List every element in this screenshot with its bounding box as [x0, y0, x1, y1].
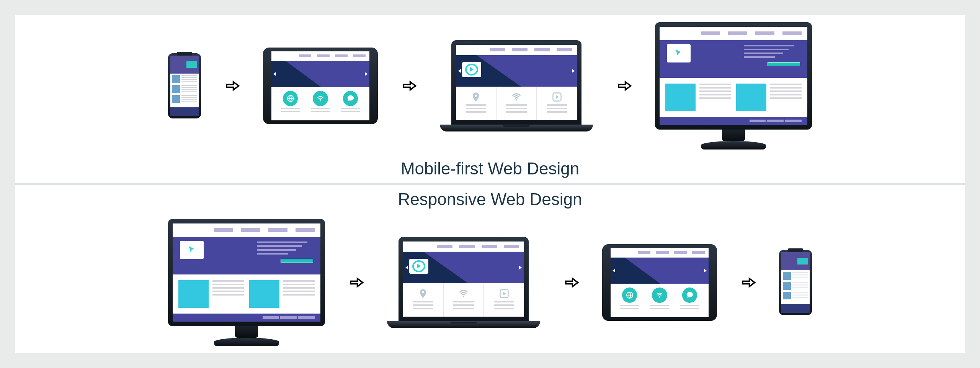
chat-icon	[682, 288, 697, 303]
tablet-device	[263, 48, 378, 124]
globe-icon	[622, 288, 637, 303]
arrow-right-icon	[401, 78, 417, 94]
responsive-row	[15, 212, 965, 353]
arrow-right-icon	[563, 274, 579, 291]
monitor-frame	[168, 219, 325, 326]
svg-point-1	[320, 100, 321, 101]
globe-icon	[283, 91, 298, 106]
laptop-screen	[456, 45, 577, 120]
phone-screen	[170, 56, 199, 116]
label-responsive: Responsive Web Design	[398, 184, 582, 212]
phone-notch	[788, 248, 803, 252]
laptop-device	[440, 40, 593, 131]
tablet-frame	[263, 48, 378, 124]
arrow-right-icon	[224, 78, 240, 94]
laptop-base	[387, 321, 540, 328]
labels-block: Mobile-first Web Design Responsive Web D…	[15, 156, 965, 212]
arrow-right-icon	[616, 78, 632, 94]
svg-point-7	[659, 297, 660, 298]
play-icon	[552, 92, 562, 102]
diagram-canvas: Mobile-first Web Design Responsive Web D…	[15, 15, 965, 353]
monitor-frame	[655, 22, 812, 130]
pin-icon	[470, 92, 481, 102]
tablet-device	[602, 244, 717, 321]
laptop-lid	[399, 237, 529, 321]
phone-frame	[779, 250, 812, 315]
monitor-neck	[235, 326, 258, 338]
wifi-icon	[511, 92, 522, 102]
laptop-base	[440, 125, 593, 131]
laptop-lid	[451, 40, 581, 125]
monitor-screen	[660, 27, 807, 125]
arrow-right-icon	[740, 274, 756, 291]
phone-frame	[168, 53, 201, 118]
tablet-frame	[602, 244, 717, 321]
play-badge-icon	[462, 62, 482, 77]
desktop-device	[655, 22, 812, 150]
play-icon	[499, 288, 510, 299]
chat-icon	[343, 91, 358, 106]
phone-hero	[781, 252, 810, 270]
arrow-right-icon	[348, 274, 364, 291]
phone-notch	[177, 52, 192, 56]
cursor-badge-icon	[180, 241, 204, 259]
play-badge-icon	[409, 259, 429, 274]
cursor-badge-icon	[667, 44, 691, 62]
monitor-base	[701, 141, 766, 150]
desktop-device	[168, 219, 325, 346]
phone-device	[168, 53, 201, 118]
phone-device	[779, 250, 812, 315]
mobile-first-row	[15, 15, 965, 156]
wifi-icon	[313, 91, 328, 106]
tablet-screen	[611, 248, 709, 317]
svg-point-4	[463, 296, 464, 297]
tablet-screen	[271, 51, 369, 120]
monitor-base	[214, 338, 279, 346]
label-mobile-first: Mobile-first Web Design	[401, 156, 579, 184]
monitor-neck	[722, 130, 745, 141]
wifi-icon	[652, 288, 667, 303]
wifi-icon	[458, 288, 469, 299]
pin-icon	[418, 288, 428, 299]
phone-hero	[170, 56, 199, 74]
monitor-screen	[173, 223, 320, 322]
phone-screen	[781, 252, 810, 313]
laptop-screen	[403, 242, 524, 317]
svg-point-2	[516, 99, 517, 101]
laptop-device	[387, 237, 540, 328]
